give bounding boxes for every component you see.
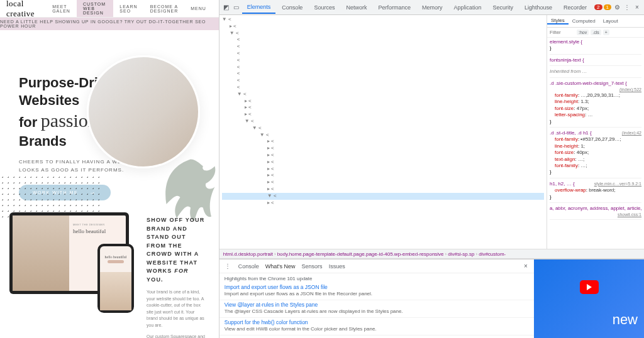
settings-gear-icon[interactable]: ⚙ <box>613 3 621 12</box>
tab-memory[interactable]: Memory <box>417 2 448 13</box>
dom-node[interactable]: ▸ < <box>222 104 544 111</box>
device-toggle-icon[interactable]: ▭ <box>232 3 241 12</box>
hero-photo-circle <box>87 55 200 168</box>
dom-node[interactable]: ▼ < <box>222 30 544 37</box>
dom-node[interactable]: ▸ < <box>222 200 544 207</box>
styles-rules-list[interactable]: element.style {}fontsninja-text {</span>… <box>547 38 644 224</box>
phone-mockup: hello beautiful <box>97 244 134 313</box>
tab-network[interactable]: Network <box>341 2 372 13</box>
devtools-drawer: ⋮ Console What's New Sensors Issues × Hi… <box>219 259 644 338</box>
drawer-tab-sensors[interactable]: Sensors <box>302 263 323 270</box>
mockup-script: hello beautiful <box>73 228 122 234</box>
section2-para1: Your brand is one of a kind, your websit… <box>147 289 206 329</box>
dom-node[interactable]: ▸ < <box>222 111 544 118</box>
dom-node[interactable]: < <box>222 57 544 64</box>
highlight-item[interactable]: View @layer at-rules in the Styles paneT… <box>219 300 534 318</box>
styles-filter-input[interactable] <box>550 30 575 35</box>
dom-node[interactable]: < <box>222 50 544 57</box>
tab-elements[interactable]: Elements <box>242 1 276 14</box>
nav-custom-web-design[interactable]: CUSTOM WEB DESIGN <box>77 0 113 17</box>
layout-tab[interactable]: Layout <box>599 18 622 24</box>
devtools-panel: ◩ ▭ Elements Console Sources Network Per… <box>219 0 644 338</box>
highlight-item[interactable]: Import and export user flows as a JSON f… <box>219 283 534 300</box>
dom-node[interactable]: < <box>222 77 544 84</box>
nav-menu[interactable]: MENU <box>184 0 213 17</box>
dom-node[interactable]: < <box>222 43 544 50</box>
section2-title: SHOW OFF YOUR BRAND AND STAND OUT FROM T… <box>147 216 206 284</box>
dom-node[interactable]: < <box>222 70 544 77</box>
showcase-section: MEET THE DESIGNER hello beautiful hello … <box>0 212 219 338</box>
tab-performance[interactable]: Performance <box>373 2 416 13</box>
dom-node[interactable]: ▼ < <box>222 132 544 139</box>
tab-security[interactable]: Security <box>488 2 519 13</box>
cls-chip[interactable]: .cls <box>591 30 601 35</box>
dom-node[interactable]: ▼ < <box>222 91 544 98</box>
drawer-menu-icon[interactable]: ⋮ <box>223 262 232 271</box>
drawer-tab-issues[interactable]: Issues <box>329 263 345 270</box>
tab-lighthouse[interactable]: Lighthouse <box>519 2 557 13</box>
tab-console[interactable]: Console <box>277 2 308 13</box>
tab-application[interactable]: Application <box>448 2 486 13</box>
dom-node[interactable]: ▸ < <box>222 166 544 173</box>
computed-tab[interactable]: Computed <box>569 18 599 24</box>
dom-node[interactable]: ▸ < <box>222 98 544 105</box>
nav-meet-galen[interactable]: MEET GALEN <box>46 0 77 17</box>
add-rule-chip[interactable]: + <box>603 30 609 35</box>
dom-node[interactable]: ▸ < <box>222 145 544 152</box>
dom-node[interactable]: ▸ < <box>222 172 544 179</box>
styles-tab[interactable]: Styles <box>547 18 569 25</box>
highlights-heading: Highlights from the Chrome 101 update <box>219 273 534 283</box>
hero-title-for: for <box>19 114 37 130</box>
warning-count-badge[interactable]: 1 <box>604 4 611 10</box>
devtools-tabbar: ◩ ▭ Elements Console Sources Network Per… <box>219 0 644 15</box>
site-nav: local creative MEET GALEN CUSTOM WEB DES… <box>0 0 219 18</box>
dom-node[interactable]: < <box>222 64 544 71</box>
dom-node[interactable]: ▸ < <box>222 152 544 159</box>
device-mockup: MEET THE DESIGNER hello beautiful hello … <box>9 212 135 313</box>
section2-para2: Our custom Squarespace and Showit websit… <box>147 334 206 338</box>
drawer-close-icon[interactable]: × <box>521 262 530 271</box>
dom-node[interactable]: ▸ < <box>222 138 544 145</box>
dom-node[interactable]: ▼ < <box>222 125 544 132</box>
hov-chip[interactable]: :hov <box>577 30 589 35</box>
dom-node[interactable]: ▸ < <box>222 186 544 193</box>
elements-tree[interactable]: ▼ <▸ <▼ <<<<<<<<<▼ <▸ <▸ <▸ <▼ <▼ <▼ <▸ … <box>219 15 547 249</box>
dom-node[interactable]: ▸ < <box>222 179 544 186</box>
highlight-item[interactable]: Support for the hwb() color functionView… <box>219 318 534 335</box>
close-icon[interactable]: × <box>633 3 641 12</box>
hero-section: Purpose-Driven Websites for passionate B… <box>0 30 219 212</box>
brand-logo[interactable]: local creative <box>6 0 35 19</box>
mockup-label: MEET THE DESIGNER <box>73 223 122 226</box>
drawer-tab-console[interactable]: Console <box>238 263 259 270</box>
inspect-icon[interactable]: ◩ <box>222 3 231 12</box>
website-preview: local creative MEET GALEN CUSTOM WEB DES… <box>0 0 219 338</box>
dom-node[interactable]: ▼ < <box>222 118 544 125</box>
tab-recorder[interactable]: Recorder <box>558 2 592 13</box>
error-count-badge[interactable]: 2 <box>594 4 602 10</box>
drawer-tab-whatsnew[interactable]: What's New <box>265 263 296 270</box>
promo-banner[interactable]: NEED A LITTLE HELP SHOWING UP IN GOOGLE?… <box>0 18 219 30</box>
dom-node[interactable]: ▼ < <box>222 193 544 200</box>
hero-title-brands: Brands <box>19 133 67 149</box>
dom-node[interactable]: ▸ < <box>222 23 544 30</box>
dom-node[interactable]: ▸ < <box>222 159 544 166</box>
dom-node[interactable]: < <box>222 84 544 91</box>
tab-sources[interactable]: Sources <box>309 2 340 13</box>
styles-sidebar: Styles Computed Layout :hov .cls + eleme… <box>547 15 644 249</box>
highlights-list: Import and export user flows as a JSON f… <box>219 283 534 335</box>
youtube-play-icon[interactable] <box>580 280 599 294</box>
more-menu-icon[interactable]: ⋮ <box>623 3 631 12</box>
nav-become-designer[interactable]: BECOME A DESIGNER <box>144 0 185 17</box>
dom-node[interactable]: < <box>222 36 544 43</box>
whats-new-promo[interactable]: new <box>534 259 644 338</box>
dom-breadcrumb[interactable]: html.d.desktop.portrait› body.home.page-… <box>219 249 644 259</box>
nav-learn-seo[interactable]: LEARN SEO <box>113 0 143 17</box>
dom-node[interactable]: ▼ < <box>222 16 544 23</box>
